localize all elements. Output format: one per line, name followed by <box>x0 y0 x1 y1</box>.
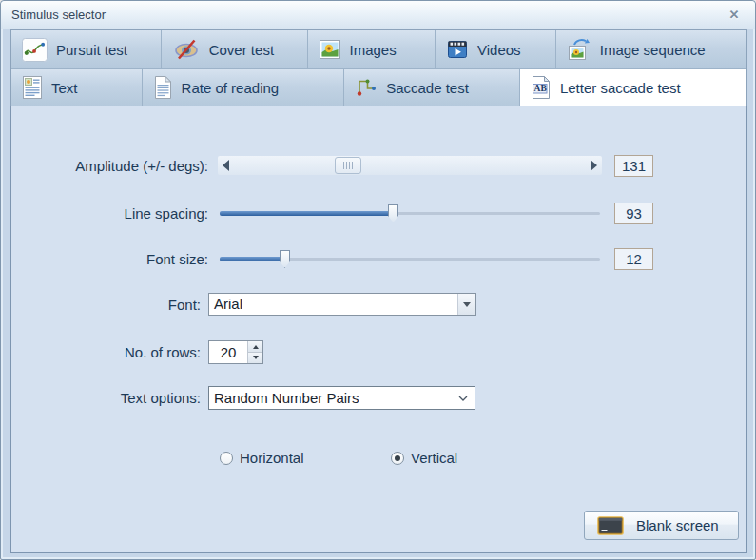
font-size-slider-thumb[interactable] <box>280 250 290 268</box>
blank-screen-button[interactable]: Blank screen <box>584 511 739 540</box>
text-options-combobox[interactable]: Random Number Pairs <box>208 386 475 410</box>
tab-saccade-test[interactable]: Saccade test <box>344 69 520 106</box>
radio-horizontal[interactable]: Horizontal <box>220 450 304 466</box>
line-spacing-slider[interactable] <box>220 203 600 222</box>
tab-strip: Pursuit test Cover test <box>10 29 747 106</box>
radio-circle-icon[interactable] <box>220 452 233 465</box>
tab-label: Images <box>350 42 397 58</box>
window-title: Stimulus selector <box>11 8 106 22</box>
line-spacing-value-box: 93 <box>614 203 653 224</box>
font-size-value-box: 12 <box>614 248 653 270</box>
radio-label: Horizontal <box>240 450 304 466</box>
chevron-down-icon <box>458 396 468 401</box>
saccade-step-icon <box>355 76 378 99</box>
picture-icon <box>319 38 341 61</box>
tab-rate-of-reading[interactable]: Rate of reading <box>143 69 345 106</box>
arrow-down-icon <box>253 356 259 362</box>
tab-label: Letter saccade test <box>560 80 681 96</box>
blank-screen-label: Blank screen <box>636 517 719 533</box>
spinner-down-button[interactable] <box>248 353 262 363</box>
tab-label: Pursuit test <box>56 42 127 58</box>
text-options-label: Text options: <box>12 389 201 408</box>
font-combobox[interactable]: Arial <box>208 293 476 316</box>
combo-dropdown-button[interactable] <box>457 294 475 315</box>
amplitude-value-box: 131 <box>614 155 653 177</box>
amplitude-label: Amplitude (+/- degs): <box>20 157 208 176</box>
spinner-up-button[interactable] <box>248 341 262 353</box>
combo-chevron-area[interactable] <box>452 387 475 409</box>
line-spacing-slider-thumb[interactable] <box>388 204 398 222</box>
tab-image-sequence[interactable]: Image sequence <box>556 30 746 68</box>
font-size-slider[interactable] <box>220 249 600 268</box>
radio-circle-selected-icon[interactable] <box>391 452 404 465</box>
tab-row-2: Text Rate of reading <box>11 68 746 106</box>
tab-label: Image sequence <box>600 42 706 58</box>
tab-label: Saccade test <box>386 80 469 96</box>
reading-page-icon <box>153 75 173 100</box>
tab-label: Videos <box>477 42 521 58</box>
scroll-left-icon[interactable] <box>223 160 229 171</box>
tab-label: Rate of reading <box>182 80 280 96</box>
amplitude-scrollbar-thumb[interactable] <box>335 157 361 174</box>
tab-images[interactable]: Images <box>308 30 436 68</box>
rows-label: No. of rows: <box>12 343 201 362</box>
pursuit-curve-icon <box>22 38 48 62</box>
tab-row-1: Pursuit test Cover test <box>11 30 746 68</box>
font-label: Font: <box>12 296 201 315</box>
amplitude-scrollbar[interactable] <box>218 156 602 175</box>
tab-pursuit-test[interactable]: Pursuit test <box>11 30 162 68</box>
text-options-value: Random Number Pairs <box>209 387 452 409</box>
tab-text[interactable]: Text <box>11 69 143 106</box>
title-bar: Stimulus selector ✕ <box>1 1 755 29</box>
covered-eye-icon <box>172 38 201 61</box>
image-sequence-icon <box>567 38 591 62</box>
tab-cover-test[interactable]: Cover test <box>162 30 308 68</box>
rows-spinner-value: 20 <box>209 341 247 363</box>
radio-vertical[interactable]: Vertical <box>391 450 457 466</box>
stimulus-selector-dialog: Stimulus selector ✕ Pursuit test <box>0 0 756 560</box>
tab-label: Cover test <box>209 42 274 58</box>
chevron-down-icon <box>463 302 471 311</box>
blank-monitor-icon <box>596 514 625 537</box>
text-document-icon <box>22 75 43 100</box>
close-icon[interactable]: ✕ <box>726 7 743 24</box>
font-combobox-value: Arial <box>209 294 457 315</box>
rows-spinner[interactable]: 20 <box>208 340 263 364</box>
tab-label: Text <box>51 80 78 96</box>
tab-letter-saccade-test[interactable]: AB Letter saccade test <box>520 69 746 106</box>
scroll-right-icon[interactable] <box>591 160 597 171</box>
line-spacing-label: Line spacing: <box>20 204 208 223</box>
film-play-icon <box>446 38 469 61</box>
radio-label: Vertical <box>411 450 457 466</box>
ab-letters-icon: AB <box>531 75 552 100</box>
tab-videos[interactable]: Videos <box>436 30 556 68</box>
font-size-label: Font size: <box>20 250 208 269</box>
arrow-up-icon <box>253 342 259 349</box>
svg-text:AB: AB <box>533 84 547 93</box>
